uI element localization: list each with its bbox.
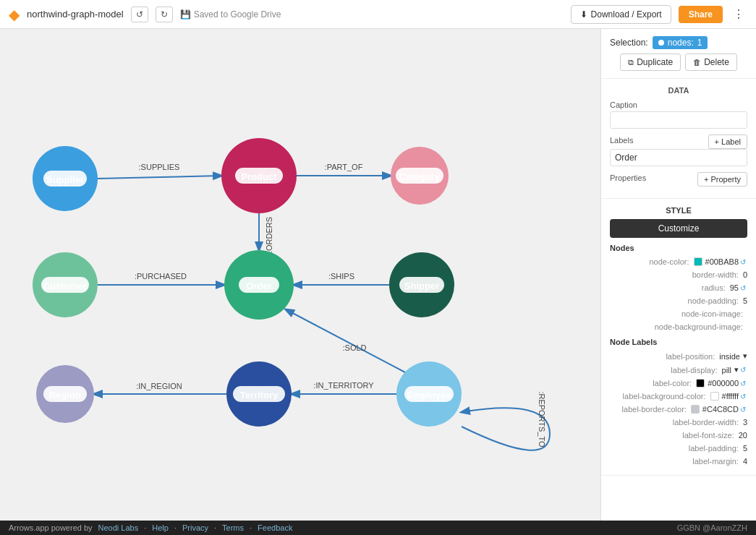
labels-field: Labels + Label <box>610 133 747 166</box>
graph-svg: :SUPPLIES :PART_OF :PURCHASED :SHIPS :OR… <box>0 29 600 521</box>
duplicate-button[interactable]: ⧉ Duplicate <box>620 54 681 71</box>
node-color-swatch <box>694 257 702 266</box>
selection-section: Selection: nodes: 1 ⧉ Duplicate 🗑 Delete <box>601 29 756 79</box>
label-bg-reset[interactable]: ↺ <box>739 393 747 401</box>
right-panel: Selection: nodes: 1 ⧉ Duplicate 🗑 Delete <box>600 29 756 521</box>
radius-row: radius: 95 ↺ <box>610 281 747 294</box>
selection-label: Selection: <box>610 38 648 48</box>
label-color-row: label-color: #000000 ↺ <box>610 377 747 390</box>
border-width-value: 0 <box>743 270 747 279</box>
label-position-value: inside ▾ <box>719 351 747 361</box>
label-font-size-row: label-font-size: 20 <box>610 429 747 442</box>
nodes-count: 1 <box>697 38 702 48</box>
redo-button[interactable]: ↻ <box>156 7 173 22</box>
label-padding-value: 5 <box>743 444 747 453</box>
edge-label-purchased: :PURCHASED <box>135 272 187 281</box>
label-padding-row: label-padding: 5 <box>610 442 747 455</box>
node-bg-label: node-background-image: <box>610 322 747 331</box>
download-export-button[interactable]: ⬇ Download / Export <box>571 5 671 24</box>
label-margin-value: 4 <box>743 457 747 466</box>
node-color-row: node-color: #00BAB8 ↺ <box>610 255 747 268</box>
label-bg-color-value: #ffffff <box>710 392 739 401</box>
undo-button[interactable]: ↺ <box>131 7 148 22</box>
label-margin-row: label-margin: 4 <box>610 455 747 468</box>
node-territory-label-bg <box>233 386 285 402</box>
edge-label-orders: :ORDERS <box>265 217 273 253</box>
label-border-swatch <box>691 405 700 414</box>
label-display-value: pill ▾ <box>722 365 739 374</box>
label-border-width-value: 3 <box>743 418 747 427</box>
node-padding-row: node-padding: 5 <box>610 294 747 307</box>
data-section: DATA Caption Labels + Label Properties +… <box>601 79 756 199</box>
separator2: · <box>174 523 177 532</box>
caption-input[interactable] <box>610 111 747 129</box>
label-color-reset[interactable]: ↺ <box>739 380 747 388</box>
node-bg-row: node-background-image: <box>610 320 747 333</box>
main-layout: :SUPPLIES :PART_OF :PURCHASED :SHIPS :OR… <box>0 29 756 521</box>
edge-label-reportsto: :REPORTS_TO <box>538 391 546 448</box>
node-category-label-bg <box>396 168 443 184</box>
label-font-size-label: label-font-size: <box>610 431 739 440</box>
node-icon-label: node-icon-image: <box>610 309 747 318</box>
edge-label-ships: :SHIPS <box>328 272 354 281</box>
edge-reportsto <box>462 408 550 450</box>
nodes-subsection-title: Nodes <box>610 244 747 252</box>
radius-label: radius: <box>610 283 730 292</box>
label-bg-color-label: label-background-color: <box>610 392 710 401</box>
label-padding-label: label-padding: <box>610 444 743 453</box>
terms-link[interactable]: Terms <box>222 523 244 532</box>
label-position-label: label-position: <box>610 352 719 361</box>
label-border-color-label: label-border-color: <box>610 405 691 414</box>
edge-label-partof: :PART_OF <box>325 163 363 171</box>
edge-label-sold: :SOLD <box>342 343 366 352</box>
help-link[interactable]: Help <box>152 523 169 532</box>
labels-input[interactable] <box>610 149 747 166</box>
radius-value: 95 <box>730 283 739 292</box>
label-border-color-row: label-border-color: #C4C8CD ↺ <box>610 403 747 416</box>
neodash-link[interactable]: Neodi Labs <box>98 523 139 532</box>
label-color-label: label-color: <box>610 379 696 388</box>
delete-button[interactable]: 🗑 Delete <box>685 54 737 71</box>
separator1: · <box>144 523 146 532</box>
node-order-label-bg <box>239 277 279 293</box>
label-border-width-label: label-border-width: <box>610 418 743 427</box>
node-supplier-label-bg <box>43 171 87 187</box>
add-label-button[interactable]: + Label <box>708 134 747 149</box>
separator3: · <box>214 523 216 532</box>
node-product-label-bg <box>235 168 283 184</box>
node-color-label: node-color: <box>610 257 694 266</box>
customize-button[interactable]: Customize <box>610 219 747 238</box>
diagram-title: northwind-graph-model <box>27 9 124 20</box>
label-display-reset[interactable]: ↺ <box>739 366 747 374</box>
label-color-swatch <box>696 379 705 388</box>
node-color-reset[interactable]: ↺ <box>739 258 747 266</box>
graph-canvas[interactable]: :SUPPLIES :PART_OF :PURCHASED :SHIPS :OR… <box>0 29 600 521</box>
menu-button[interactable]: ⋮ <box>730 4 747 24</box>
label-position-row: label-position: inside ▾ <box>610 349 747 363</box>
node-employee-label-bg <box>404 386 454 402</box>
labels-label: Labels <box>610 136 633 145</box>
saved-status: 💾 Saved to Google Drive <box>180 9 281 20</box>
properties-field: Properties + Property <box>610 171 747 187</box>
label-border-color-reset[interactable]: ↺ <box>739 406 747 414</box>
nodes-badge: nodes: 1 <box>653 36 708 49</box>
edge-label-inregion: :IN_REGION <box>136 382 182 390</box>
radius-reset[interactable]: ↺ <box>739 284 747 292</box>
caption-field: Caption <box>610 100 747 129</box>
node-labels-subsection-title: Node Labels <box>610 338 747 346</box>
node-color-value: #00BAB8 <box>694 257 739 266</box>
data-title: DATA <box>610 86 747 95</box>
chevron-down-icon: ▾ <box>743 351 747 361</box>
label-display-row: label-display: pill ▾ ↺ <box>610 363 747 377</box>
privacy-link[interactable]: Privacy <box>182 523 208 532</box>
feedback-link[interactable]: Feedback <box>258 523 292 532</box>
border-width-label: border-width: <box>610 270 743 279</box>
duplicate-icon: ⧉ <box>628 58 634 67</box>
share-button[interactable]: Share <box>679 6 723 23</box>
download-icon: ⬇ <box>580 9 587 20</box>
powered-by-text: Arrows.app powered by <box>9 523 93 532</box>
add-property-button[interactable]: + Property <box>697 172 747 187</box>
node-region-label-bg <box>43 386 87 402</box>
label-display-label: label-display: <box>610 366 722 374</box>
drive-icon: 💾 <box>180 9 191 20</box>
